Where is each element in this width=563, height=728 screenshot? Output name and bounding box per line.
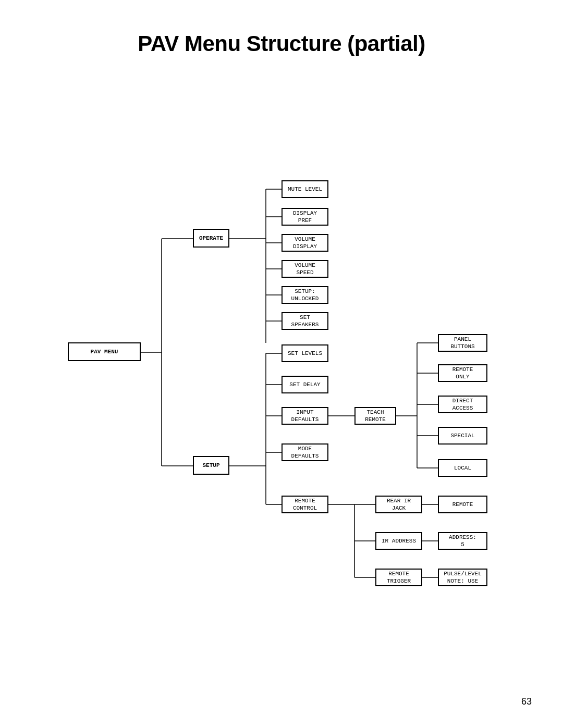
page-number: 63 (521, 696, 532, 707)
remote-trigger-box: REMOTE TRIGGER (375, 569, 422, 586)
setup-box: SETUP (193, 456, 229, 475)
operate-box: OPERATE (193, 229, 229, 248)
remote-only-box: REMOTE ONLY (438, 364, 487, 382)
panel-buttons-box: PANEL BUTTONS (438, 334, 487, 352)
set-delay-box: SET DELAY (282, 376, 328, 393)
special-box: SPECIAL (438, 427, 487, 445)
volume-speed-box: VOLUME SPEED (282, 260, 328, 278)
page-title: PAV Menu Structure (partial) (0, 0, 563, 77)
setup-unlocked-box: SETUP: UNLOCKED (282, 286, 328, 304)
diagram: PAV MENU OPERATE SETUP MUTE LEVEL DISPLA… (0, 88, 563, 661)
rear-ir-jack-box: REAR IR JACK (375, 496, 422, 513)
set-speakers-box: SET SPEAKERS (282, 312, 328, 330)
address-5-box: ADDRESS: 5 (438, 532, 487, 550)
local-box: LOCAL (438, 459, 487, 477)
direct-access-box: DIRECT ACCESS (438, 396, 487, 413)
input-defaults-box: INPUT DEFAULTS (282, 407, 328, 425)
ir-address-box: IR ADDRESS (375, 532, 422, 550)
pulse-level-box: PULSE/LEVEL NOTE: USE (438, 569, 487, 586)
pav-menu-box: PAV MENU (68, 342, 141, 361)
remote-control-box: REMOTE CONTROL (282, 496, 328, 513)
set-levels-box: SET LEVELS (282, 344, 328, 362)
remote-box: REMOTE (438, 496, 487, 513)
mute-level-box: MUTE LEVEL (282, 180, 328, 198)
teach-remote-box: TEACH REMOTE (354, 407, 396, 425)
display-pref-box: DISPLAY PREF (282, 208, 328, 226)
mode-defaults-box: MODE DEFAULTS (282, 443, 328, 461)
volume-display-box: VOLUME DISPLAY (282, 234, 328, 252)
